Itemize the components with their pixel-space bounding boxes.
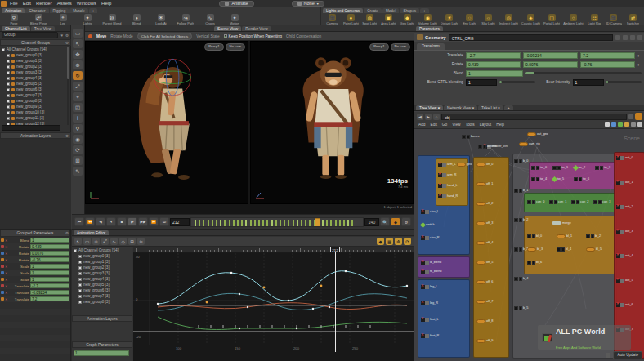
- param-field[interactable]: -0.09234: [523, 52, 578, 59]
- network-node[interactable]: tw_6: [574, 176, 589, 181]
- param-slider[interactable]: [606, 81, 642, 83]
- animation-graph[interactable]: 20 0 -20 100 150 200 250 212: [133, 247, 414, 361]
- tree-item[interactable]: new_group8 [3]: [0, 98, 67, 104]
- select-icon[interactable]: ↖: [74, 238, 82, 245]
- grouped-param-row[interactable]: ✕Blend1: [0, 237, 70, 243]
- box-select-icon[interactable]: ▭: [83, 238, 91, 245]
- shelf-tab-lights-and-cameras[interactable]: Lights and Cameras: [323, 8, 363, 13]
- checkbox-icon[interactable]: [7, 82, 10, 86]
- checkbox-icon[interactable]: [78, 255, 82, 258]
- auto-update-button[interactable]: Auto Update: [613, 351, 642, 359]
- net-toolbar-icon[interactable]: [624, 122, 629, 127]
- shelf-tool-sky-light[interactable]: ☼Sky Light: [481, 14, 496, 25]
- checkbox-icon[interactable]: [2, 48, 5, 51]
- keyframe-tick[interactable]: [195, 220, 196, 226]
- menu-render[interactable]: Render: [36, 1, 52, 6]
- network-node[interactable]: con_1: [549, 199, 566, 204]
- shelf-tab-model[interactable]: Model: [382, 8, 400, 13]
- vertical-state-toggle[interactable]: Vertical State: [196, 34, 219, 38]
- table-icon[interactable]: ▦: [386, 238, 393, 245]
- keyframe-tick[interactable]: [220, 220, 221, 226]
- tree-item[interactable]: new_group4 [3]: [0, 75, 67, 81]
- tree-item[interactable]: new_group6 [3]: [0, 87, 67, 92]
- network-node[interactable]: tw_1: [552, 165, 568, 170]
- network-node[interactable]: b_4: [514, 276, 528, 281]
- keyframe-tick[interactable]: [203, 220, 204, 226]
- shelf-tab-create[interactable]: Create: [364, 8, 382, 13]
- shelf-tool-camera[interactable]: 🎥Camera: [324, 14, 340, 25]
- shelf-tool-ambient-light[interactable]: ○Ambient Light: [563, 14, 583, 25]
- pan-tool-icon[interactable]: ✥: [73, 50, 83, 59]
- keyframe-tick[interactable]: [250, 220, 252, 226]
- grouped-param-row[interactable]: ✕Scale1: [0, 276, 70, 283]
- keyframe-tick[interactable]: [309, 220, 311, 226]
- keyframe-tick[interactable]: [199, 220, 200, 226]
- param-slider[interactable]: [499, 81, 535, 83]
- move-tool-icon[interactable]: ⊕: [73, 60, 83, 69]
- net-menu-help[interactable]: Help: [496, 123, 504, 127]
- net-menu-view[interactable]: View: [452, 123, 460, 127]
- tab-scene-view[interactable]: Scene View: [214, 26, 241, 31]
- frame-tool-icon[interactable]: ◰: [73, 103, 83, 112]
- move-keys-icon[interactable]: ✛: [92, 238, 100, 245]
- grouped-param-row[interactable]: ✕Translate7.2: [0, 296, 70, 302]
- shelf-tool-spot-light[interactable]: ◍Spot Light: [362, 14, 378, 25]
- network-node[interactable]: arm_L: [438, 162, 456, 167]
- keyframe-tick[interactable]: [297, 220, 298, 226]
- tree-item[interactable]: new_group1 [3]: [0, 58, 67, 64]
- param-field[interactable]: 1: [466, 79, 497, 86]
- shelf-tab-animation[interactable]: Animation: [2, 8, 25, 13]
- param-field[interactable]: 1: [573, 79, 604, 86]
- checkbox-icon[interactable]: [78, 283, 82, 287]
- all-selected-objects-button[interactable]: Click For All Selected Objects: [137, 33, 193, 40]
- shelf-tool-blend-pose[interactable]: ☍Blend Pose: [28, 14, 49, 25]
- network-node[interactable]: tw_2: [574, 165, 585, 170]
- channel-value-field[interactable]: 0.439: [30, 244, 69, 250]
- home-icon[interactable]: ⌂: [433, 114, 440, 120]
- checkbox-icon[interactable]: [78, 301, 82, 304]
- shelf-tool-light-rig[interactable]: ☷Light Rig: [587, 14, 602, 25]
- channel-value-field[interactable]: 1: [30, 238, 69, 243]
- network-node[interactable]: out_geo: [527, 131, 548, 136]
- grouped-param-row[interactable]: ✕Scale1: [0, 270, 70, 276]
- remove-channel-icon[interactable]: ✕: [5, 297, 9, 301]
- net-toolbar-icon[interactable]: [611, 122, 616, 127]
- ae-tree-item[interactable]: new_group4 [3]: [72, 276, 132, 282]
- menu-edit[interactable]: Edit: [23, 1, 31, 6]
- prev-frame-button[interactable]: ◀: [96, 217, 105, 226]
- keyframe-tick[interactable]: [224, 220, 226, 226]
- grouped-param-row[interactable]: ✕Translate-0.09234: [0, 289, 70, 296]
- graph-playhead[interactable]: [335, 247, 336, 352]
- checkbox-icon[interactable]: [7, 71, 10, 74]
- keyframe-tick[interactable]: [326, 220, 328, 226]
- shelf-tool-chops[interactable]: ∿Chops: [199, 14, 221, 25]
- remove-channel-icon[interactable]: ✕: [5, 265, 9, 269]
- channel-value-field[interactable]: -0.09234: [30, 290, 69, 296]
- shelf-tool-leg[interactable]: ⌖Leg: [52, 14, 74, 25]
- keyframe-tick[interactable]: [305, 220, 306, 226]
- network-node[interactable]: bl_4: [557, 247, 571, 252]
- checkbox-icon[interactable]: [78, 266, 82, 270]
- tree-item[interactable]: new_group9 [3]: [0, 104, 67, 109]
- keyframe-tick[interactable]: [212, 220, 213, 226]
- network-node[interactable]: con_0: [527, 199, 544, 204]
- ae-tree-item[interactable]: new_group5 [3]: [72, 282, 132, 287]
- checkbox-icon[interactable]: [78, 295, 82, 298]
- keyframe-tick[interactable]: [237, 220, 239, 226]
- ae-tree-item[interactable]: new_group3 [3]: [72, 270, 132, 276]
- select-tool-icon[interactable]: ↖: [73, 39, 83, 48]
- checkbox-icon[interactable]: [7, 117, 10, 120]
- network-node[interactable]: off_1: [476, 181, 493, 186]
- network-node[interactable]: off_5: [476, 260, 493, 265]
- shelf-tool-point-light[interactable]: ●Point Light: [343, 14, 359, 25]
- network-node[interactable]: out_3: [616, 229, 633, 234]
- shelf-tool-3d-camera[interactable]: 🎥3D Camera: [606, 14, 622, 25]
- network-node[interactable]: tw_0: [531, 165, 547, 170]
- ae-tree-item[interactable]: new_group0 [3]: [72, 253, 132, 259]
- tab-tree-view[interactable]: Tree View ▾: [416, 105, 443, 110]
- menu-help[interactable]: Help: [101, 1, 111, 6]
- network-node[interactable]: leg_R: [421, 301, 438, 305]
- next-key-button[interactable]: ⏩: [149, 217, 159, 226]
- tab-take-list[interactable]: Take List ▾: [478, 105, 503, 110]
- scale-tool-icon[interactable]: ⤢: [73, 82, 83, 91]
